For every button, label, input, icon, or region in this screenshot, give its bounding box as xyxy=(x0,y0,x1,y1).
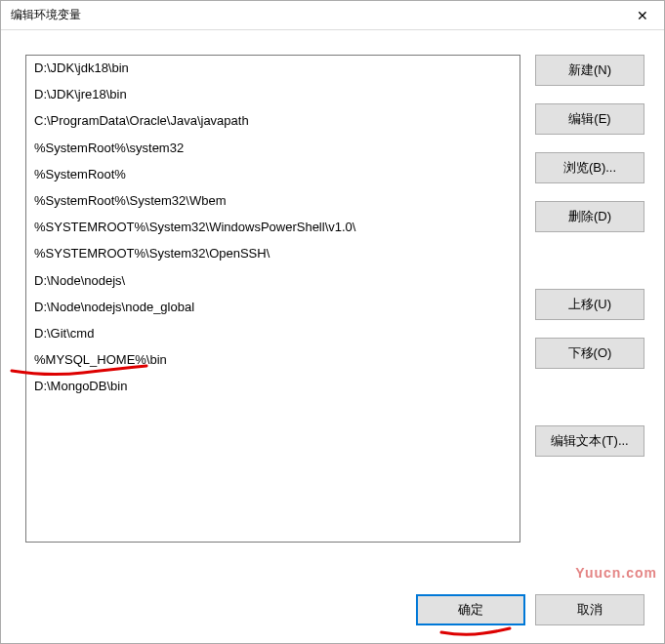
edittext-button[interactable]: 编辑文本(T)... xyxy=(535,425,644,457)
list-item[interactable]: D:\MongoDB\bin xyxy=(26,374,520,400)
list-item[interactable]: D:\Node\nodejs\node_global xyxy=(26,295,520,321)
list-item[interactable]: D:\Git\cmd xyxy=(26,321,520,347)
env-var-dialog: 编辑环境变量 ✕ D:\JDK\jdk18\binD:\JDK\jre18\bi… xyxy=(0,0,665,644)
list-item[interactable]: %SystemRoot%\System32\Wbem xyxy=(26,188,520,215)
list-item[interactable]: %SystemRoot%\system32 xyxy=(26,136,520,162)
dialog-title: 编辑环境变量 xyxy=(11,7,81,23)
list-item[interactable]: %SYSTEMROOT%\System32\WindowsPowerShell\… xyxy=(26,215,520,241)
list-item[interactable]: D:\JDK\jre18\bin xyxy=(26,82,520,108)
list-item[interactable]: D:\JDK\jdk18\bin xyxy=(26,56,520,82)
list-item[interactable]: %SYSTEMROOT%\System32\OpenSSH\ xyxy=(26,241,520,267)
close-icon: ✕ xyxy=(637,8,648,23)
list-item[interactable]: C:\ProgramData\Oracle\Java\javapath xyxy=(26,108,520,135)
close-button[interactable]: ✕ xyxy=(620,1,664,29)
list-item[interactable]: %SystemRoot% xyxy=(26,162,520,188)
moveup-button[interactable]: 上移(U) xyxy=(535,289,644,320)
new-button[interactable]: 新建(N) xyxy=(535,55,644,86)
movedown-button[interactable]: 下移(O) xyxy=(535,338,644,369)
browse-button[interactable]: 浏览(B)... xyxy=(535,152,644,183)
list-item[interactable]: D:\Node\nodejs\ xyxy=(26,268,520,295)
edit-button[interactable]: 编辑(E) xyxy=(535,103,644,135)
ok-button[interactable]: 确定 xyxy=(416,594,525,625)
list-item[interactable]: %MYSQL_HOME%\bin xyxy=(26,347,520,374)
path-listbox[interactable]: D:\JDK\jdk18\binD:\JDK\jre18\binC:\Progr… xyxy=(25,55,520,543)
cancel-button[interactable]: 取消 xyxy=(535,594,644,625)
delete-button[interactable]: 删除(D) xyxy=(535,201,644,232)
dialog-footer: 确定 取消 xyxy=(1,594,664,643)
side-buttons: 新建(N) 编辑(E) 浏览(B)... 删除(D) 上移(U) 下移(O) 编… xyxy=(535,55,644,584)
titlebar: 编辑环境变量 ✕ xyxy=(1,1,664,30)
dialog-content: D:\JDK\jdk18\binD:\JDK\jre18\binC:\Progr… xyxy=(1,30,664,594)
